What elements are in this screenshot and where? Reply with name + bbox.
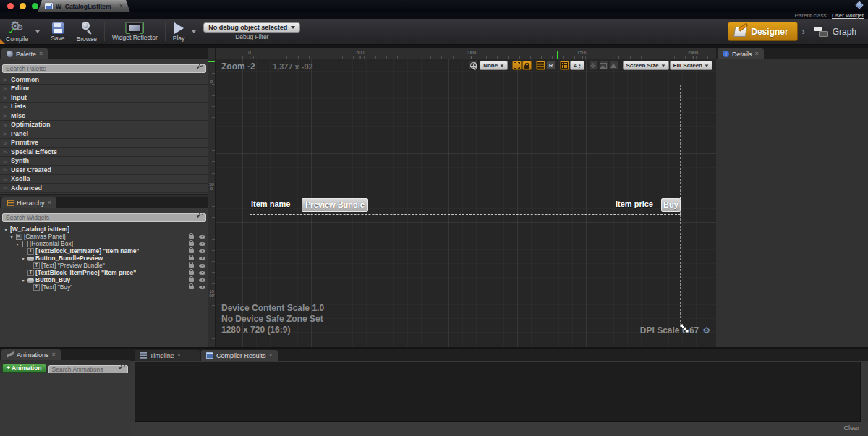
close-icon[interactable] <box>52 351 56 358</box>
hierarchy-tree-row[interactable]: ▾ Button_BundlePreview <box>0 255 208 262</box>
add-animation-button[interactable]: + Animation <box>2 364 46 373</box>
item-price-textblock[interactable]: Item price <box>616 200 653 208</box>
window-close-button[interactable] <box>7 3 14 9</box>
grid-step-spinner[interactable]: 4▴▾ <box>570 61 584 70</box>
close-icon[interactable] <box>177 352 181 359</box>
hierarchy-tree-row[interactable]: [Text] "Buy" <box>0 283 208 291</box>
palette-category-row[interactable]: ▷ Editor <box>0 85 208 94</box>
screen-size-dropdown[interactable]: Screen Size <box>623 61 669 70</box>
expander-icon[interactable]: ▾ <box>14 241 20 247</box>
expander-icon[interactable]: ▷ <box>4 158 8 163</box>
eye-icon[interactable] <box>199 286 205 289</box>
tab-timeline[interactable]: Timeline <box>135 350 200 361</box>
lock-icon[interactable] <box>189 235 194 239</box>
localization-preview-button[interactable] <box>469 61 478 70</box>
preview-bundle-button-widget[interactable]: Preview Bundle <box>302 198 368 212</box>
lock-icon[interactable] <box>189 257 194 260</box>
tab-details[interactable]: i Details <box>718 48 764 59</box>
palette-category-row[interactable]: ▷ Panel <box>0 129 208 139</box>
expander-icon[interactable]: ▷ <box>4 185 8 190</box>
palette-category-row[interactable]: ▷ Optimization <box>0 121 208 130</box>
tab-palette[interactable]: Palette <box>1 48 48 59</box>
widget-reflector-button[interactable]: Widget Reflector <box>106 19 163 44</box>
window-minimize-button[interactable] <box>20 3 26 9</box>
respect-locks-button[interactable] <box>536 61 545 70</box>
expander-icon[interactable]: ▷ <box>4 140 8 145</box>
expander-icon[interactable]: ▷ <box>4 176 8 181</box>
expander-icon[interactable]: ▷ <box>4 113 8 118</box>
palette-category-row[interactable]: ▷ Xsolla <box>0 175 208 184</box>
dpi-settings-gear-icon[interactable]: ⚙ <box>702 325 710 335</box>
close-icon[interactable] <box>39 51 43 57</box>
palette-search-input[interactable] <box>2 64 206 73</box>
hierarchy-tree-row[interactable]: ▾ [Horizontal Box] <box>0 240 208 247</box>
eye-icon[interactable] <box>199 235 205 239</box>
compile-button[interactable]: ⚙⚙✓ Compile <box>0 19 34 44</box>
graph-mode-button[interactable]: Graph <box>809 24 861 39</box>
eye-icon[interactable] <box>199 271 205 275</box>
palette-category-row[interactable]: ▷ Common <box>0 75 208 85</box>
outline-toggle-button[interactable] <box>512 61 522 70</box>
save-button[interactable]: Save <box>45 19 70 44</box>
palette-category-row[interactable]: ▷ Lists <box>0 103 208 112</box>
animations-list-body[interactable] <box>0 373 130 436</box>
lock-icon[interactable] <box>189 271 194 275</box>
asset-tab[interactable]: W_CatalogListItem <box>38 0 130 12</box>
expander-icon[interactable]: ▷ <box>4 149 8 154</box>
item-name-textblock[interactable]: Item name <box>251 200 290 208</box>
palette-category-row[interactable]: ▷ Primitive <box>0 139 208 148</box>
hierarchy-tree-row[interactable]: [Text] "Preview Bundle" <box>0 262 208 269</box>
expander-icon[interactable]: ▷ <box>4 104 8 109</box>
grid-snap-button[interactable] <box>560 61 569 70</box>
mirror-button[interactable] <box>609 61 618 70</box>
play-button[interactable]: Play <box>167 19 191 44</box>
eye-icon[interactable] <box>199 242 205 246</box>
hierarchy-tree-row[interactable]: ▾ Button_Buy <box>0 276 208 283</box>
palette-category-row[interactable]: ▷ Input <box>0 93 208 103</box>
lock-icon[interactable] <box>189 264 194 268</box>
expander-icon[interactable]: ▾ <box>20 278 26 283</box>
expander-icon[interactable]: ▾ <box>3 227 9 232</box>
hierarchy-tree-row[interactable]: ▾ [W_CatalogListItem] <box>0 226 208 233</box>
palette-category-row[interactable]: ▷ Synth <box>0 157 208 166</box>
transform-mode-button[interactable]: ✛ <box>589 61 598 70</box>
lock-icon[interactable] <box>189 249 194 253</box>
close-icon[interactable] <box>269 352 273 359</box>
eye-icon[interactable] <box>199 264 205 268</box>
preview-background-button[interactable] <box>599 61 608 70</box>
palette-category-row[interactable]: ▷ Special Effects <box>0 148 208 157</box>
expander-icon[interactable]: ▷ <box>4 86 8 91</box>
lock-icon[interactable] <box>189 278 194 282</box>
lock-icon[interactable] <box>189 242 194 246</box>
tab-compiler-results[interactable]: Compiler Results <box>201 350 278 361</box>
expander-icon[interactable]: ▷ <box>4 131 8 136</box>
close-icon[interactable] <box>755 51 759 57</box>
designer-mode-button[interactable]: Designer <box>728 22 797 41</box>
window-zoom-button[interactable] <box>32 3 38 9</box>
r-toggle-button[interactable]: R <box>546 61 556 70</box>
compiler-output-area[interactable] <box>135 362 861 422</box>
canvas-viewport[interactable]: Zoom -2 1,377 x -92 None R 4▴▾ ✛ <box>216 59 716 347</box>
buy-button-widget[interactable]: Buy <box>661 198 681 212</box>
flag-dropdown[interactable]: None <box>480 61 508 70</box>
parent-class-link[interactable]: User Widget <box>832 12 864 19</box>
tab-animations[interactable]: Animations <box>1 349 61 360</box>
expander-icon[interactable]: ▾ <box>20 256 26 261</box>
tab-hierarchy[interactable]: Hierarchy <box>1 197 56 208</box>
compile-options-caret[interactable] <box>35 30 40 33</box>
eye-icon[interactable] <box>199 249 205 253</box>
eye-icon[interactable] <box>199 257 205 260</box>
fill-screen-dropdown[interactable]: Fill Screen <box>670 61 712 70</box>
hierarchy-search-input[interactable] <box>2 213 206 222</box>
close-icon[interactable] <box>119 3 123 9</box>
expander-icon[interactable]: ▷ <box>4 167 8 172</box>
expander-icon[interactable]: ▾ <box>9 234 14 239</box>
lock-toggle-button[interactable] <box>522 61 532 70</box>
hierarchy-tree-row[interactable]: ▾ [Canvas Panel] <box>0 233 208 240</box>
clear-button[interactable]: Clear <box>843 424 859 432</box>
palette-category-row[interactable]: ▷ User Created <box>0 166 208 175</box>
palette-category-row[interactable]: ▷ Advanced <box>0 184 208 193</box>
expander-icon[interactable]: ▷ <box>4 77 8 82</box>
expander-icon[interactable]: ▷ <box>4 122 8 127</box>
expander-icon[interactable]: ▷ <box>4 95 8 100</box>
